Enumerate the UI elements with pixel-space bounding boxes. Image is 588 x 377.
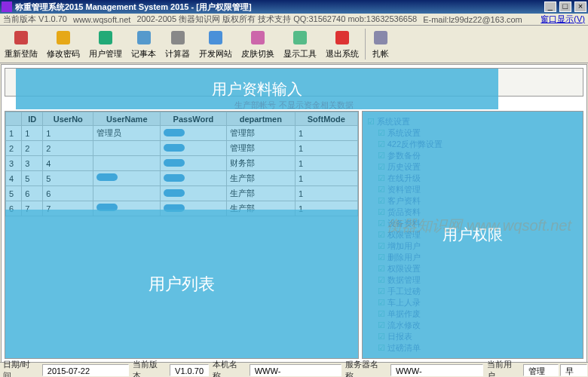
- grid-cell: 财务部: [226, 156, 295, 171]
- overlay-list: 用户列表: [5, 210, 358, 358]
- tool-icon: [54, 29, 72, 47]
- grid-cell: 管理员: [93, 126, 161, 141]
- grid-cell: 3: [22, 156, 43, 171]
- grid-header[interactable]: PassWord: [161, 112, 227, 126]
- minimize-button[interactable]: _: [544, 2, 556, 12]
- table-row[interactable]: 566●生产部1: [6, 186, 358, 201]
- maximize-button[interactable]: □: [559, 2, 571, 12]
- overlay-perm: 用户权限: [363, 112, 583, 358]
- grid-header[interactable]: SoftMode: [295, 112, 357, 126]
- grid-cell: 1: [295, 156, 357, 171]
- close-button[interactable]: ×: [574, 2, 586, 12]
- version-label: 当前版本 V1.0.70: [3, 14, 67, 25]
- app-icon: [2, 2, 12, 12]
- grid-cell: 2: [22, 141, 43, 156]
- grid-cell: 4: [6, 171, 22, 186]
- grid-cell: [93, 186, 161, 201]
- svg-rect-1: [57, 31, 70, 44]
- status-user-label: 当前用户: [484, 358, 523, 378]
- tool-6[interactable]: 皮肤切换: [237, 26, 279, 63]
- tool-label: 用户管理: [89, 48, 122, 60]
- grid-cell: 2: [43, 141, 93, 156]
- grid-header[interactable]: ID: [22, 112, 43, 126]
- svg-rect-0: [14, 31, 28, 44]
- grid-cell: 1: [43, 126, 93, 141]
- grid-cell: 6: [43, 186, 93, 201]
- grid-cell: 1: [295, 171, 357, 186]
- tool-label: 皮肤切换: [241, 48, 274, 60]
- window-title: 称重管理系统2015 Management System 2015 - [用户权…: [15, 2, 544, 13]
- tool-icon: [135, 29, 153, 47]
- status-srv-label: 服务器名称: [342, 358, 390, 378]
- tool-icon: [96, 29, 115, 47]
- table-row[interactable]: 222●管理部1: [6, 141, 358, 156]
- blurred-cell: ●: [164, 159, 185, 167]
- grid-cell: 1: [6, 126, 22, 141]
- status-ver-label: 当前版本: [130, 358, 169, 378]
- grid-cell: 1: [295, 141, 357, 156]
- user-list-pane: IDUserNoUserNamePassWorddepartmenSoftMod…: [5, 111, 359, 359]
- status-date-label: 日期/时间: [0, 358, 41, 378]
- svg-rect-7: [293, 31, 307, 44]
- user-input-panel: 用户资料输入: [5, 68, 583, 97]
- grid-header[interactable]: [6, 112, 22, 126]
- grid-header[interactable]: UserName: [93, 112, 161, 126]
- grid-cell: 5: [6, 186, 22, 201]
- grid-cell: [93, 141, 161, 156]
- status-shift: 早班: [560, 364, 587, 376]
- copyright-text: 2002-2005 衡器知识网 版权所有 技术支持 QQ:31562740 mo…: [136, 14, 417, 25]
- tool-7[interactable]: 显示工具: [279, 26, 321, 63]
- grid-cell: [93, 156, 161, 171]
- user-grid[interactable]: IDUserNoUserNamePassWorddepartmenSoftMod…: [5, 112, 358, 216]
- table-row[interactable]: 455杰●生产部1: [6, 171, 358, 186]
- grid-cell: 生产部: [226, 171, 295, 186]
- tool-4[interactable]: 计算器: [161, 26, 194, 63]
- tool-icon: [291, 29, 309, 47]
- tool-label: 记事本: [131, 48, 156, 60]
- status-ver: V1.0.70: [170, 364, 209, 376]
- svg-rect-3: [137, 31, 151, 44]
- tool-5[interactable]: 开发网站: [194, 26, 237, 63]
- tool-2[interactable]: 用户管理: [84, 26, 127, 63]
- table-row[interactable]: 111管理员●9管理部1: [6, 126, 358, 141]
- svg-rect-6: [251, 31, 265, 44]
- tool-8[interactable]: 退出系统: [321, 26, 363, 63]
- tool-icon: [249, 29, 267, 47]
- tool-9[interactable]: 扎帐: [367, 26, 394, 63]
- tool-1[interactable]: 修改密码: [42, 26, 84, 63]
- table-row[interactable]: 334●财务部1: [6, 156, 358, 171]
- tool-label: 扎帐: [372, 48, 389, 60]
- tool-icon: [372, 29, 390, 47]
- tool-icon: [169, 29, 187, 47]
- info-bar: 当前版本 V1.0.70 www.wqsoft.net 2002-2005 衡器…: [0, 14, 588, 26]
- grid-cell: 5: [22, 171, 43, 186]
- tool-icon: [12, 29, 30, 47]
- main-area: 用户资料输入 生产部帐号 不显示资金相关数据 IDUserNoUserNameP…: [1, 64, 587, 363]
- svg-rect-4: [171, 31, 185, 44]
- blurred-cell: ●9: [164, 129, 185, 136]
- tool-0[interactable]: 重新登陆: [0, 26, 42, 63]
- site-link[interactable]: www.wqsoft.net: [73, 15, 130, 24]
- grid-cell: 5: [43, 171, 93, 186]
- status-date: 2015-07-22 23:00:30: [42, 364, 130, 376]
- grid-cell: 1: [22, 126, 43, 141]
- blurred-cell: ●: [164, 144, 185, 152]
- grid-cell: 6: [22, 186, 43, 201]
- tool-label: 计算器: [165, 48, 190, 60]
- grid-cell: 2: [6, 141, 22, 156]
- svg-rect-8: [335, 31, 349, 44]
- grid-cell: 1: [295, 126, 357, 141]
- tool-3[interactable]: 记事本: [127, 26, 161, 63]
- status-bar: 日期/时间 2015-07-22 23:00:30 当前版本 V1.0.70 本…: [0, 362, 588, 377]
- grid-header[interactable]: UserNo: [43, 112, 93, 126]
- grid-cell: 管理部: [226, 141, 295, 156]
- status-user: 管理员: [523, 364, 559, 376]
- grid-cell: 4: [43, 156, 93, 171]
- window-menu[interactable]: 窗口显示(V): [541, 14, 585, 25]
- blurred-cell: 杰: [96, 173, 118, 181]
- grid-header[interactable]: departmen: [226, 112, 295, 126]
- tool-label: 退出系统: [326, 48, 359, 60]
- tool-label: 重新登陆: [5, 48, 38, 60]
- svg-rect-5: [209, 31, 222, 44]
- titlebar: 称重管理系统2015 Management System 2015 - [用户权…: [0, 0, 588, 14]
